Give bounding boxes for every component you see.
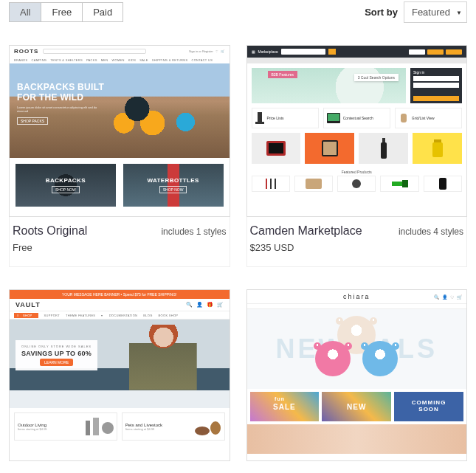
theme-price: $235 USD — [250, 242, 464, 253]
filter-paid-button[interactable]: Paid — [83, 3, 123, 21]
svg-rect-9 — [382, 138, 385, 142]
cart-icon: 🛒 — [217, 302, 224, 308]
chevron-down-icon: ▼ — [456, 9, 462, 15]
mock-tile: Pets and Livestock Items starting at $4.… — [122, 412, 225, 441]
mock-banner — [247, 424, 467, 454]
svg-rect-10 — [381, 142, 387, 159]
theme-styles: includes 4 styles — [399, 227, 463, 237]
search-icon — [43, 49, 146, 54]
promo-bar: YOUR MESSAGE HERE BANNER • Spend $75 for… — [10, 290, 230, 299]
mock-nav: BRANDSCAMPINGTENTS & SHELTERSPACKSMENWOM… — [10, 56, 230, 63]
mock-hero: NEW VALS — [247, 309, 467, 389]
sort-control: Sort by Featured ▼ — [365, 1, 467, 23]
svg-rect-11 — [434, 139, 441, 142]
theme-price: Free — [13, 242, 227, 253]
svg-rect-6 — [269, 143, 283, 153]
theme-thumbnail: chiara 🔍👤♡🛒 NEW VALS funSALE NEW COMMING… — [246, 289, 468, 461]
svg-point-24 — [195, 427, 210, 435]
theme-thumbnail: ROOTS Sign in or Register ♡ 🛒 BRANDSCAMP… — [9, 45, 230, 217]
svg-rect-22 — [93, 418, 99, 435]
svg-point-25 — [210, 421, 221, 435]
mock-tile: NEW — [322, 392, 391, 421]
theme-card-roots[interactable]: ROOTS Sign in or Register ♡ 🛒 BRANDSCAMP… — [9, 45, 230, 267]
price-filter-group: All Free Paid — [9, 2, 123, 22]
mock-tile: funSALE — [250, 392, 320, 421]
heart-icon: ♡ — [450, 294, 454, 300]
theme-styles: includes 1 styles — [161, 227, 226, 237]
mock-hero: ONLINE ONLY STORE WIDE SALES SAVINGS UP … — [10, 320, 230, 408]
search-icon: 🔍 — [186, 302, 193, 308]
svg-point-17 — [352, 179, 361, 188]
sort-value: Featured — [412, 7, 450, 18]
mock-brand: chiara — [343, 293, 370, 300]
svg-rect-20 — [439, 178, 446, 190]
svg-rect-4 — [401, 114, 407, 122]
filter-all-button[interactable]: All — [10, 3, 41, 21]
mock-hero: BACKPACKS BUILTFOR THE WILD Lorem ipsum … — [10, 63, 230, 158]
svg-rect-21 — [86, 421, 90, 435]
theme-title: Camden Marketplace — [250, 224, 362, 238]
svg-rect-8 — [323, 142, 337, 155]
svg-rect-16 — [306, 179, 322, 189]
user-icon: 👤 — [196, 302, 203, 308]
theme-thumbnail: ▦Marketplace B2B Features 3 Cool Search … — [246, 45, 468, 217]
mock-tile: BACKPACKS SHOP NOW — [15, 164, 116, 207]
mock-tile: COMMINGSOON — [394, 392, 463, 421]
mock-hero: B2B Features 3 Cool Search Options — [252, 68, 407, 103]
svg-rect-3 — [328, 114, 339, 121]
theme-grid: ROOTS Sign in or Register ♡ 🛒 BRANDSCAMP… — [9, 45, 467, 461]
mock-tile: WATERBOTTLES SHOP NOW — [123, 164, 224, 207]
svg-rect-19 — [402, 180, 408, 187]
sort-label: Sort by — [365, 7, 398, 18]
mock-brand: VAULT — [15, 301, 41, 308]
mock-brand: ROOTS — [14, 48, 38, 55]
sort-select[interactable]: Featured ▼ — [404, 1, 467, 23]
user-icon: 👤 — [442, 294, 447, 300]
theme-title: Roots Original — [13, 224, 87, 238]
search-icon: 🔍 — [434, 294, 439, 300]
account-links: Sign in or Register ♡ 🛒 — [189, 49, 225, 53]
svg-rect-18 — [392, 182, 402, 186]
svg-point-23 — [102, 422, 114, 434]
gift-icon: 🎁 — [207, 302, 213, 308]
cart-icon: 🛒 — [457, 294, 462, 300]
theme-card-camden[interactable]: ▦Marketplace B2B Features 3 Cool Search … — [246, 45, 468, 267]
theme-card-chiara[interactable]: chiara 🔍👤♡🛒 NEW VALS funSALE NEW COMMING… — [246, 289, 468, 461]
svg-rect-12 — [432, 142, 443, 157]
svg-rect-1 — [255, 122, 264, 124]
filter-free-button[interactable]: Free — [41, 3, 83, 21]
theme-card-vault[interactable]: YOUR MESSAGE HERE BANNER • Spend $75 for… — [9, 289, 230, 461]
mock-login: Sign in — [410, 68, 462, 103]
mock-tile: Outdoor Living Items starting at $4.99 — [14, 412, 117, 441]
search-icon — [281, 49, 325, 55]
mock-nav: ≡ SHOP SUPPORTTHEME FEATURES▾DOCUMENTATI… — [10, 311, 230, 320]
theme-thumbnail: YOUR MESSAGE HERE BANNER • Spend $75 for… — [9, 289, 230, 461]
